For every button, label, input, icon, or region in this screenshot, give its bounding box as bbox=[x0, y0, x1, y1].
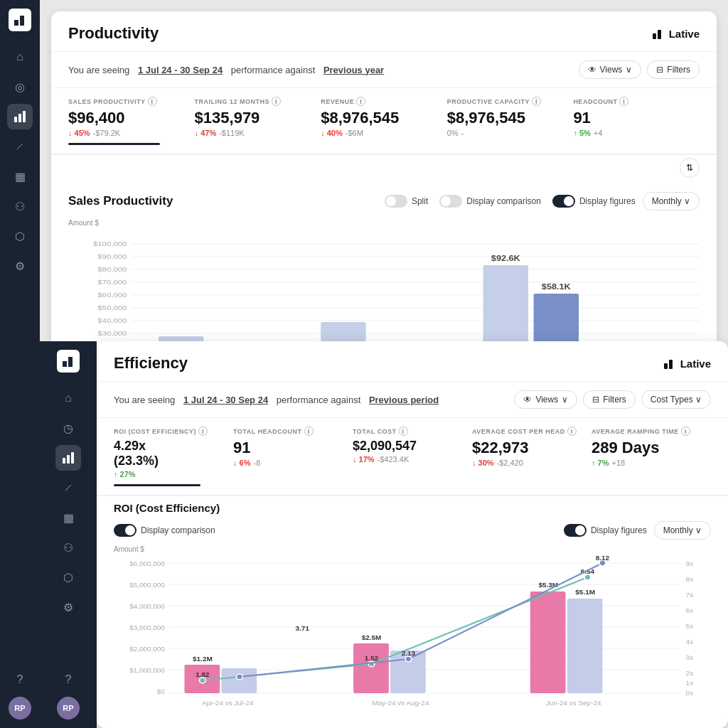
efficiency-filters-button[interactable]: ⊟ Filters bbox=[583, 390, 636, 409]
stat-trailing: TRAILING 12 MONTHS i $135,979 ↓ 47% -$11… bbox=[195, 97, 321, 145]
stat-sales-productivity: SALES PRODUCTIVITY i $96,400 ↓ 45% -$79.… bbox=[68, 97, 195, 145]
bottom-sidebar-database[interactable]: ⬡ bbox=[55, 564, 81, 590]
svg-text:$6,000,000: $6,000,000 bbox=[129, 560, 165, 567]
date-range-link[interactable]: 1 Jul 24 - 30 Sep 24 bbox=[138, 65, 223, 75]
roi-display-comparison-toggle[interactable] bbox=[114, 524, 136, 537]
bottom-sidebar: ⌂ ◷ ⟋ ▦ ⚇ ⬡ ⚙ ? RP bbox=[40, 341, 97, 728]
productivity-panel-header: Productivity Lative bbox=[51, 11, 717, 52]
svg-text:8x: 8x bbox=[686, 575, 694, 582]
svg-text:$80,000: $80,000 bbox=[97, 266, 127, 273]
filters-button[interactable]: ⊟ Filters bbox=[647, 60, 700, 79]
info-icon-trailing[interactable]: i bbox=[272, 97, 281, 106]
svg-text:3.71: 3.71 bbox=[296, 624, 309, 631]
roi-y-label: Amount $ bbox=[114, 545, 711, 553]
productivity-stats-row: SALES PRODUCTIVITY i $96,400 ↓ 45% -$79.… bbox=[51, 88, 717, 155]
roi-chart-controls: Display comparison Display figures Month… bbox=[114, 521, 711, 540]
svg-text:Jun-24 vs Sep-24: Jun-24 vs Sep-24 bbox=[546, 699, 601, 706]
bottom-sidebar-settings[interactable]: ⚙ bbox=[55, 594, 81, 620]
productivity-title: Productivity bbox=[68, 24, 159, 43]
svg-text:$30,000: $30,000 bbox=[97, 330, 127, 337]
comparison-link[interactable]: Previous year bbox=[323, 65, 384, 75]
avatar[interactable]: RP bbox=[9, 697, 31, 719]
svg-rect-2 bbox=[14, 117, 17, 122]
views-button[interactable]: 👁 Views ∨ bbox=[579, 60, 642, 79]
bottom-sidebar-home[interactable]: ⌂ bbox=[55, 385, 81, 411]
bottom-sidebar-people[interactable]: ⚇ bbox=[55, 535, 81, 560]
svg-text:1.52: 1.52 bbox=[365, 654, 378, 661]
sidebar-item-settings[interactable]: ⚙ bbox=[7, 253, 33, 279]
sidebar-item-productivity[interactable] bbox=[7, 104, 33, 129]
stat-revenue: REVENUE i $8,976,545 ↓ 40% -$6M bbox=[321, 97, 447, 145]
svg-text:4x: 4x bbox=[686, 638, 694, 645]
svg-text:6x: 6x bbox=[686, 606, 694, 614]
info-icon-ramping[interactable]: i bbox=[681, 427, 690, 436]
chart-legend: Revenue Jul-24 to Sep-24 Revenue Apr-24 … bbox=[97, 724, 728, 728]
stat-headcount: HEADCOUNT i 91 ↑ 5% +4 bbox=[573, 97, 700, 145]
svg-rect-37 bbox=[68, 357, 73, 367]
svg-text:$70,000: $70,000 bbox=[97, 279, 127, 286]
svg-text:$90,000: $90,000 bbox=[97, 253, 127, 260]
bottom-sidebar-clock[interactable]: ◷ bbox=[55, 415, 81, 441]
svg-text:$4,000,000: $4,000,000 bbox=[129, 602, 165, 609]
sidebar-item-trends[interactable]: ⟋ bbox=[7, 134, 33, 159]
stat-avg-cost: AVERAGE COST PER HEAD i $22,973 ↓ 30% -$… bbox=[472, 427, 592, 486]
efficiency-date-range[interactable]: 1 Jul 24 - 30 Sep 24 bbox=[183, 395, 268, 405]
sidebar-item-home[interactable]: ⌂ bbox=[7, 44, 33, 70]
bottom-sidebar-help[interactable]: ? bbox=[55, 667, 81, 692]
split-toggle[interactable] bbox=[385, 195, 407, 208]
efficiency-comparison-link[interactable]: Previous period bbox=[369, 395, 439, 405]
productivity-brand: Lative bbox=[652, 27, 700, 40]
efficiency-views-button[interactable]: 👁 Views ∨ bbox=[514, 390, 577, 409]
info-icon-capacity[interactable]: i bbox=[532, 97, 541, 106]
svg-text:5x: 5x bbox=[686, 622, 694, 629]
svg-text:9x: 9x bbox=[686, 560, 694, 567]
cost-types-button[interactable]: Cost Types ∨ bbox=[641, 390, 711, 409]
chart-y-label: Amount $ bbox=[68, 219, 700, 227]
info-icon-headcount[interactable]: i bbox=[619, 97, 628, 106]
stat-roi: ROI (COST EFFICIENCY) i 4.29x (23.3%) ↑ … bbox=[114, 427, 233, 486]
svg-text:$58.1K: $58.1K bbox=[542, 283, 572, 291]
sidebar-item-calendar[interactable]: ▦ bbox=[7, 164, 33, 189]
sidebar-item-people[interactable]: ⚇ bbox=[7, 193, 33, 219]
svg-text:$92.6K: $92.6K bbox=[491, 255, 521, 262]
info-icon-avg-cost[interactable]: i bbox=[567, 427, 577, 436]
svg-text:Apr-24 vs Jul-24: Apr-24 vs Jul-24 bbox=[202, 699, 253, 706]
info-icon-total-cost[interactable]: i bbox=[399, 427, 408, 436]
info-icon-revenue[interactable]: i bbox=[356, 97, 365, 106]
svg-text:$1,000,000: $1,000,000 bbox=[129, 666, 165, 673]
efficiency-stats-row: ROI (COST EFFICIENCY) i 4.29x (23.3%) ↑ … bbox=[97, 418, 728, 496]
scroll-button[interactable]: ⇅ bbox=[680, 158, 700, 178]
sidebar-item-help[interactable]: ? bbox=[7, 667, 33, 692]
info-icon-roi[interactable]: i bbox=[198, 427, 208, 436]
bottom-sidebar-calendar[interactable]: ▦ bbox=[55, 505, 81, 530]
svg-text:$60,000: $60,000 bbox=[97, 291, 127, 299]
bottom-avatar[interactable]: RP bbox=[57, 697, 80, 719]
svg-text:2.13: 2.13 bbox=[402, 649, 415, 656]
svg-text:$50,000: $50,000 bbox=[97, 304, 127, 311]
roi-period-button[interactable]: Monthly ∨ bbox=[654, 521, 711, 540]
info-icon-sales[interactable]: i bbox=[148, 97, 157, 106]
svg-text:$0: $0 bbox=[157, 687, 165, 695]
svg-rect-68 bbox=[221, 668, 257, 693]
display-figures-toggle[interactable] bbox=[552, 195, 575, 208]
info-icon-total-headcount[interactable]: i bbox=[304, 427, 314, 436]
svg-point-79 bbox=[584, 574, 591, 580]
svg-rect-1 bbox=[20, 16, 24, 26]
stat-total-cost: TOTAL COST i $2,090,547 ↓ 17% -$423.4K bbox=[353, 427, 472, 486]
display-comparison-toggle[interactable] bbox=[439, 195, 462, 208]
roi-display-figures-toggle[interactable] bbox=[564, 524, 587, 537]
svg-text:$3,000,000: $3,000,000 bbox=[129, 623, 165, 631]
roi-chart-area: ROI (Cost Efficiency) Display comparison… bbox=[97, 496, 728, 724]
svg-text:2x: 2x bbox=[686, 669, 694, 676]
chart-title: Sales Productivity bbox=[68, 194, 173, 208]
sidebar-item-analytics[interactable]: ◎ bbox=[7, 74, 33, 100]
sidebar-item-database[interactable]: ⬡ bbox=[7, 223, 33, 249]
svg-rect-41 bbox=[664, 363, 668, 369]
bottom-sidebar-trend[interactable]: ⟋ bbox=[55, 475, 81, 500]
bottom-sidebar-chart[interactable] bbox=[55, 445, 81, 471]
period-button[interactable]: Monthly ∨ bbox=[643, 192, 700, 210]
svg-rect-5 bbox=[653, 33, 656, 39]
svg-text:$2,000,000: $2,000,000 bbox=[129, 645, 165, 652]
stat-change-sales: ↓ 45% bbox=[68, 129, 90, 137]
svg-rect-38 bbox=[63, 458, 65, 464]
